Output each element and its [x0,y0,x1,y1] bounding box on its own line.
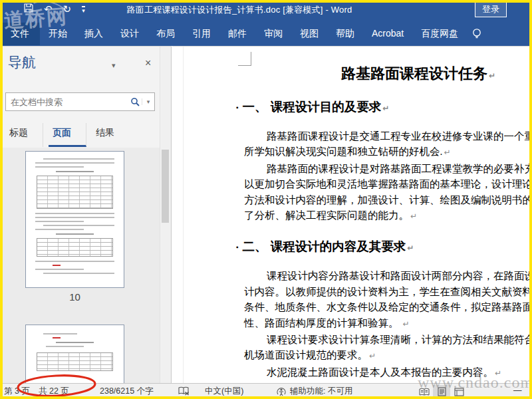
ribbon-tab[interactable]: 百度网盘 [412,23,467,45]
ribbon-tab[interactable]: 邮件 [219,23,255,45]
paragraph-mark: ↵ [489,71,495,80]
heading-bullet-icon: ▪ [236,104,239,111]
ribbon-tab-row: 文件开始插入设计布局引用邮件审阅视图帮助Acrobat百度网盘 [0,22,532,46]
sign-in-button[interactable]: 登录 [475,1,507,17]
search-dropdown-icon[interactable]: ▾ [142,98,154,105]
accessibility-status[interactable]: 辅助功能: 不可用 [290,386,352,397]
document-line: 方法和设计内容的理解，加强设计、计算、绘图及编制说明书的基本技能，进而 [244,192,532,207]
navigation-pane: 导航 ▾ × ▾ 标题页面结果 [0,46,172,383]
document-line: ▪二、 课程设计的内容及其要求↵ [236,239,532,256]
search-icon[interactable] [128,97,142,106]
web-layout-button[interactable] [450,386,467,398]
ribbon-tab[interactable]: 布局 [148,23,184,45]
paragraph-mark: ↵ [444,148,450,157]
navigation-tab[interactable]: 页面 [49,123,86,147]
document-canvas[interactable]: 路基路面课程设计任务↵▪一、 课程设计目的及要求↵路基路面课程设计是交通工程专业… [172,46,532,383]
language-indicator[interactable]: 中文(中国) [205,386,243,397]
paragraph-mark: ↵ [369,351,376,360]
document-text: 路基路面课程设计任务↵▪一、 课程设计目的及要求↵路基路面课程设计是交通工程专业… [244,47,532,383]
document-line: 了分析、解决工程实际问题的能力。↵ [244,207,532,224]
page-indicator[interactable]: 第 3 页 [4,386,30,397]
page-thumbnail[interactable] [25,325,124,384]
close-icon[interactable]: × [145,57,151,69]
accessibility-icon[interactable] [276,386,287,398]
page-thumbnails-area: 10 [0,148,160,384]
document-line: 计内容。以教师提供的设计资料为主，学生在查阅相关文献资料的基础上，结合 [244,284,532,299]
document-line: 路基路面课程设计是交通工程专业在校进修专业课的一个重要环节，也是学 [244,128,532,144]
document-line: 所学知识解决现实问题和独立钻研的好机会.↵ [244,144,532,160]
status-bar: 第 3 页 共 22 页 238/6215 个字 中文(中国) 辅助功能: 不可… [0,383,532,399]
paragraph-mark: ↵ [407,243,414,253]
ribbon-tab[interactable]: 审阅 [255,23,291,45]
scrollbar-thumb[interactable] [162,150,169,223]
search-input[interactable] [6,97,128,107]
ribbon-tab[interactable]: 帮助 [327,23,363,45]
document-line: 机场道面设计规范的要求。↵ [244,347,532,364]
document-line: 课程设计要求设计计算条理清晰，计算的方法和结果能符合我国现阶段路基 [244,332,532,347]
read-mode-button[interactable] [416,386,433,398]
document-line: 以更加切合实际地和灵活地掌握路基路面的基本理论，设计理论体系，加深对路 [244,176,532,192]
document-line: 条件、地质条件、水文条件以及给定的交通条件，拟定路基路面的设计方案，对 [244,299,532,315]
document-title: 路基路面课程设计任务↵ [341,65,532,84]
paragraph-mark: ↵ [410,211,417,221]
document-line: ▪一、 课程设计目的及要求↵ [236,99,532,116]
tell-me-lightbulb-icon[interactable] [471,27,483,41]
document-line: 水泥混凝土路面设计是本人及本报告的主要内容。↵ [244,364,532,381]
paragraph-mark: ↵ [495,368,501,378]
document-line: 课程设计内容分路基设计和路面设计两部分内容，在路面设计内容里还包括 [244,268,532,283]
ribbon-tab[interactable]: 文件 [0,23,40,45]
print-layout-button[interactable] [433,385,450,398]
navigation-tabs: 标题页面结果 [5,123,134,147]
heading-bullet-icon: ▪ [236,243,239,251]
ribbon-tab[interactable]: 开始 [40,23,76,45]
ribbon-tab[interactable]: 引用 [184,23,219,45]
window-title: 路面工程课程设计设计报告_计算书.doc [兼容模式] - Word [0,4,479,16]
ribbon-tab[interactable]: 视图 [291,23,327,45]
navigation-pane-title: 导航 [8,53,36,72]
total-pages[interactable]: 共 22 页 [39,386,69,397]
navigation-options-icon[interactable]: ▾ [112,61,116,70]
zoom-out-button[interactable]: — [513,386,522,395]
ribbon-tab[interactable]: 设计 [112,23,148,45]
navigation-tab[interactable]: 标题 [5,123,43,147]
page-thumbnail-number: 10 [25,291,124,303]
paragraph-mark: ↵ [382,104,389,113]
proofing-errors-icon[interactable] [178,386,190,398]
title-bar: ↶ ↻ ▾ 路面工程课程设计设计报告_计算书.doc [兼容模式] - Word… [0,0,532,22]
document-search-box[interactable]: ▾ [5,92,155,111]
document-line: 路基路面的课程设计是对路基路面工程课堂教学的必要补充和深化，通过设 [244,161,532,176]
word-window: ↶ ↻ ▾ 路面工程课程设计设计报告_计算书.doc [兼容模式] - Word… [0,0,532,399]
word-count[interactable]: 238/6215 个字 [100,386,154,397]
document-line: 性、路面结构厚度的计算和验算。 ↵ [244,315,532,332]
page-thumbnail[interactable] [25,151,124,288]
paragraph-mark: ↵ [402,319,409,329]
ribbon-tab[interactable]: 插入 [76,23,112,45]
ribbon-tab[interactable]: Acrobat [363,23,412,45]
page-edge [183,47,184,383]
navigation-tab[interactable]: 结果 [92,123,129,147]
navigation-scrollbar[interactable] [160,47,171,384]
